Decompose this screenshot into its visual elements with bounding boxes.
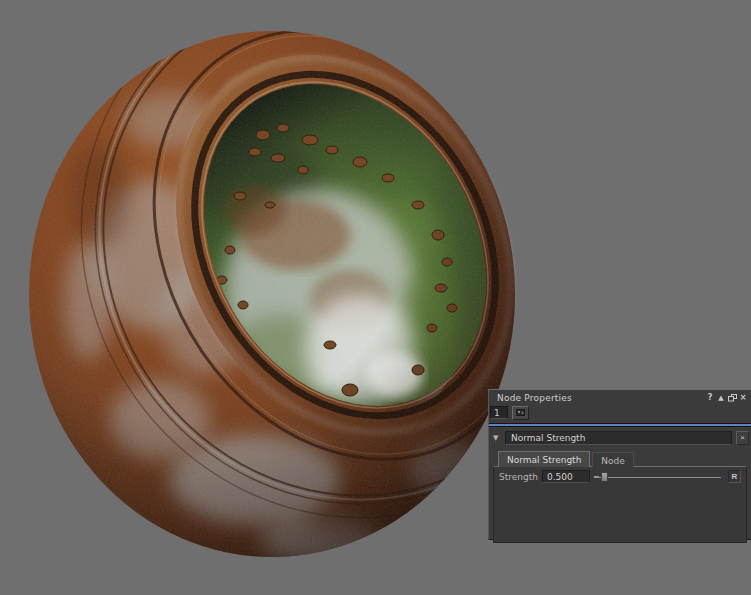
panel-title: Node Properties	[497, 393, 704, 403]
image-icon	[516, 409, 525, 416]
reset-button[interactable]: R	[728, 470, 741, 483]
tab-node[interactable]: Node	[592, 452, 634, 467]
section-header: ▼ ×	[489, 427, 751, 447]
strength-slider[interactable]	[594, 471, 724, 483]
float-window-icon[interactable]	[727, 393, 737, 403]
surface-grain	[25, 25, 520, 565]
tab-normal-strength[interactable]: Normal Strength	[498, 451, 590, 467]
slider-track	[595, 477, 721, 478]
slider-handle[interactable]	[601, 472, 608, 482]
collapse-icon[interactable]: ▲	[716, 393, 726, 403]
section-close-icon[interactable]: ×	[736, 431, 749, 445]
tab-content: Strength R	[493, 466, 747, 543]
node-id-input[interactable]	[490, 406, 508, 419]
tab-strip: Normal Strength Node	[498, 451, 751, 466]
image-button[interactable]	[512, 406, 529, 420]
strength-row: Strength R	[494, 467, 746, 484]
strength-label: Strength	[499, 472, 538, 482]
node-name-input[interactable]	[505, 431, 732, 445]
app-window: Node Properties ? ▲ ×	[0, 0, 751, 595]
panel-titlebar[interactable]: Node Properties ? ▲ ×	[489, 390, 751, 404]
collapse-caret-icon[interactable]: ▼	[493, 434, 501, 442]
help-icon[interactable]: ?	[705, 393, 715, 403]
drop-indicator-line	[489, 423, 751, 427]
node-properties-panel: Node Properties ? ▲ ×	[488, 389, 751, 540]
strength-value-input[interactable]	[542, 470, 590, 483]
titlebar-close-icon[interactable]: ×	[738, 393, 748, 403]
node-id-row	[489, 404, 751, 420]
